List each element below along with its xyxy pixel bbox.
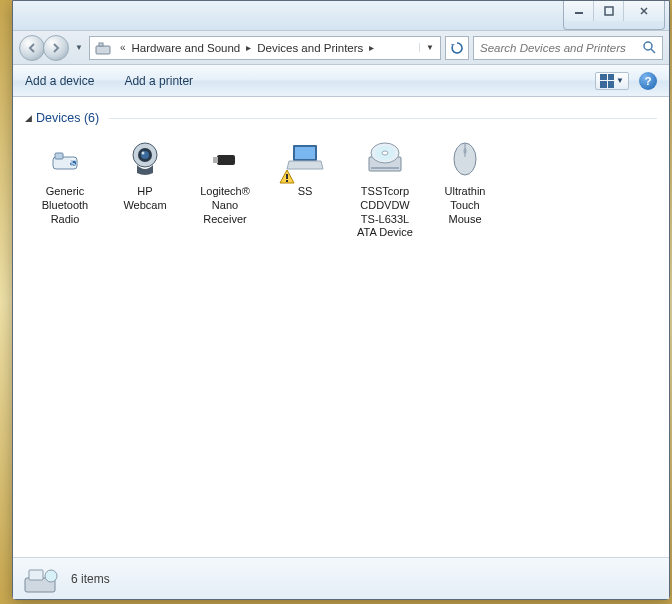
svg-rect-0	[575, 12, 583, 14]
status-bar: 6 items	[13, 557, 669, 599]
device-label: TS-L633L	[361, 213, 409, 227]
svg-rect-2	[96, 46, 110, 54]
minimize-button[interactable]	[564, 1, 594, 21]
content-pane: ◢ Devices (6) Generic Bluetooth Radio HP	[13, 97, 669, 557]
forward-arrow-icon	[50, 42, 62, 54]
svg-rect-13	[217, 155, 235, 165]
add-device-button[interactable]: Add a device	[25, 74, 94, 88]
device-label: Logitech®	[200, 185, 250, 199]
optical-drive-icon	[361, 135, 409, 183]
close-button[interactable]	[624, 1, 664, 21]
tiles-icon	[600, 74, 614, 88]
svg-rect-17	[286, 174, 288, 179]
explorer-window: ▼ « Hardware and Sound ▸ Devices and Pri…	[12, 0, 670, 600]
group-title: Devices (6)	[36, 111, 99, 125]
svg-rect-3	[99, 43, 103, 46]
device-label: Webcam	[123, 199, 166, 213]
breadcrumb-seg-devices[interactable]: Devices and Printers	[255, 42, 365, 54]
window-controls	[563, 1, 665, 30]
search-box[interactable]	[473, 36, 663, 60]
help-button[interactable]: ?	[639, 72, 657, 90]
device-label: TSSTcorp	[361, 185, 409, 199]
collapse-arrow-icon[interactable]: ◢	[25, 113, 32, 123]
add-printer-button[interactable]: Add a printer	[124, 74, 193, 88]
device-grid: Generic Bluetooth Radio HP Webcam Logite…	[25, 131, 657, 244]
laptop-icon	[281, 135, 329, 183]
refresh-button[interactable]	[445, 36, 469, 60]
device-label: Nano	[212, 199, 238, 213]
bluetooth-dongle-icon	[41, 135, 89, 183]
warning-badge-icon	[279, 169, 295, 185]
search-input[interactable]	[480, 42, 643, 54]
device-label: Ultrathin	[445, 185, 486, 199]
group-divider	[109, 118, 657, 119]
chevron-right-icon[interactable]: ▸	[365, 42, 378, 53]
status-icon	[23, 564, 59, 594]
chevron-right-icon[interactable]: ▸	[242, 42, 255, 53]
svg-point-24	[382, 151, 388, 155]
address-bar: ▼ « Hardware and Sound ▸ Devices and Pri…	[13, 31, 669, 65]
device-label: Touch	[450, 199, 479, 213]
svg-rect-7	[55, 153, 63, 159]
breadcrumb-chevrons[interactable]: «	[116, 42, 130, 53]
minimize-icon	[574, 6, 584, 16]
device-item[interactable]: SS	[265, 131, 345, 244]
group-header-devices[interactable]: ◢ Devices (6)	[25, 111, 657, 125]
device-label: HP	[137, 185, 152, 199]
history-dropdown[interactable]: ▼	[73, 43, 85, 52]
search-icon[interactable]	[643, 41, 656, 54]
svg-line-5	[651, 49, 655, 53]
device-item[interactable]: Ultrathin Touch Mouse	[425, 131, 505, 244]
svg-point-30	[45, 570, 57, 582]
close-icon	[639, 6, 649, 16]
device-item[interactable]: Generic Bluetooth Radio	[25, 131, 105, 244]
titlebar	[13, 1, 669, 31]
view-options-button[interactable]: ▼	[595, 72, 629, 90]
device-label: SS	[298, 185, 313, 199]
device-label: ATA Device	[357, 226, 413, 240]
svg-point-4	[644, 42, 652, 50]
device-label: Receiver	[203, 213, 246, 227]
svg-rect-1	[605, 7, 613, 15]
svg-rect-14	[213, 157, 218, 163]
chevron-down-icon: ▼	[616, 76, 624, 85]
mouse-icon	[441, 135, 489, 183]
device-label: Radio	[51, 213, 80, 227]
svg-rect-29	[29, 570, 43, 580]
back-arrow-icon	[26, 42, 38, 54]
maximize-button[interactable]	[594, 1, 624, 21]
device-item[interactable]: HP Webcam	[105, 131, 185, 244]
device-label: Bluetooth	[42, 199, 88, 213]
webcam-icon	[121, 135, 169, 183]
device-item[interactable]: TSSTcorp CDDVDW TS-L633L ATA Device	[345, 131, 425, 244]
device-item[interactable]: Logitech® Nano Receiver	[185, 131, 265, 244]
usb-receiver-icon	[201, 135, 249, 183]
refresh-icon	[450, 41, 464, 55]
device-label: Generic	[46, 185, 85, 199]
maximize-icon	[604, 6, 614, 16]
svg-point-12	[142, 152, 145, 155]
nav-buttons	[19, 35, 69, 61]
status-text: 6 items	[71, 572, 110, 586]
breadcrumb-bar[interactable]: « Hardware and Sound ▸ Devices and Print…	[89, 36, 441, 60]
svg-rect-16	[295, 147, 315, 159]
svg-point-27	[464, 148, 467, 154]
breadcrumb-seg-hardware[interactable]: Hardware and Sound	[130, 42, 243, 54]
back-button[interactable]	[19, 35, 45, 61]
device-label: CDDVDW	[360, 199, 410, 213]
svg-rect-20	[371, 167, 399, 169]
breadcrumb-dropdown[interactable]: ▼	[419, 43, 440, 52]
command-bar: Add a device Add a printer ▼ ?	[13, 65, 669, 97]
forward-button[interactable]	[43, 35, 69, 61]
device-label: Mouse	[448, 213, 481, 227]
svg-rect-18	[286, 180, 288, 182]
location-icon	[90, 40, 116, 56]
